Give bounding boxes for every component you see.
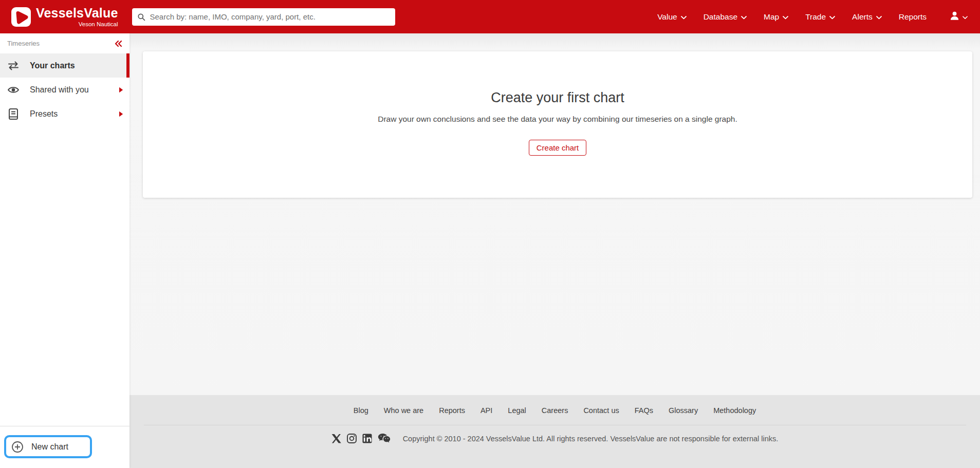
sidebar-item-your-charts[interactable]: Your charts: [0, 53, 130, 78]
top-navigation-bar: VesselsValue Veson Nautical Value Databa…: [0, 0, 980, 33]
timeseries-sidebar: Timeseries Your charts: [0, 33, 130, 468]
footer-link-reports[interactable]: Reports: [439, 406, 465, 415]
primary-nav: Value Database Map Trade Alerts Reports: [657, 12, 927, 22]
wechat-icon[interactable]: [378, 433, 391, 444]
create-chart-button[interactable]: Create chart: [529, 140, 587, 156]
chevron-down-icon: [741, 12, 747, 22]
page-footer: Blog Who we are Reports API Legal Career…: [130, 395, 980, 468]
chevron-down-icon: [681, 12, 687, 22]
footer-link-faqs[interactable]: FAQs: [635, 406, 653, 415]
chevron-down-icon: [783, 12, 788, 22]
instagram-icon[interactable]: [347, 434, 357, 443]
caret-right-icon: [119, 111, 123, 117]
footer-links: Blog Who we are Reports API Legal Career…: [130, 406, 980, 415]
chevron-down-icon: [963, 12, 968, 22]
global-search: [132, 8, 395, 26]
book-icon: [7, 108, 20, 120]
footer-link-who-we-are[interactable]: Who we are: [384, 406, 423, 415]
collapse-sidebar-icon[interactable]: [114, 40, 122, 47]
plus-circle-icon: [11, 441, 24, 453]
nav-item-reports[interactable]: Reports: [899, 12, 927, 22]
nav-item-trade[interactable]: Trade: [805, 12, 835, 22]
empty-state-title: Create your first chart: [143, 90, 972, 106]
footer-link-careers[interactable]: Careers: [542, 406, 568, 415]
copyright-text: Copyright © 2010 - 2024 VesselsValue Ltd…: [403, 435, 779, 443]
chevron-down-icon: [829, 12, 835, 22]
footer-link-contact-us[interactable]: Contact us: [583, 406, 619, 415]
nav-item-database[interactable]: Database: [704, 12, 747, 22]
brand-name: VesselsValue: [36, 7, 118, 20]
vesselsvalue-logo-icon: [11, 7, 31, 27]
sidebar-item-label: Your charts: [30, 61, 75, 70]
nav-item-value[interactable]: Value: [657, 12, 687, 22]
footer-link-glossary[interactable]: Glossary: [669, 406, 698, 415]
footer-divider: [144, 425, 966, 425]
swap-arrows-icon: [7, 61, 20, 71]
vesselsvalue-logo[interactable]: VesselsValue Veson Nautical: [11, 7, 118, 27]
brand-tagline: Veson Nautical: [79, 21, 118, 27]
footer-link-api[interactable]: API: [480, 406, 492, 415]
x-twitter-icon[interactable]: [331, 434, 341, 443]
caret-right-icon: [119, 87, 123, 93]
footer-link-legal[interactable]: Legal: [508, 406, 526, 415]
sidebar-section-label: Timeseries: [7, 40, 40, 47]
sidebar-item-shared-with-you[interactable]: Shared with you: [0, 78, 130, 102]
new-chart-button[interactable]: New chart: [4, 435, 92, 458]
user-icon: [949, 10, 960, 23]
eye-icon: [7, 85, 20, 95]
search-input[interactable]: [150, 12, 390, 21]
chevron-down-icon: [876, 12, 882, 22]
empty-state-description: Draw your own conclusions and see the da…: [143, 115, 972, 124]
main-content: Create your first chart Draw your own co…: [130, 33, 980, 395]
footer-link-methodology[interactable]: Methodology: [713, 406, 756, 415]
linkedin-icon[interactable]: [362, 434, 372, 443]
search-icon: [137, 13, 145, 21]
empty-state-card: Create your first chart Draw your own co…: [143, 51, 972, 198]
footer-link-blog[interactable]: Blog: [354, 406, 368, 415]
sidebar-item-label: Shared with you: [30, 85, 89, 95]
sidebar-item-label: Presets: [30, 109, 58, 119]
sidebar-item-presets[interactable]: Presets: [0, 102, 130, 126]
nav-item-alerts[interactable]: Alerts: [852, 12, 882, 22]
new-chart-label: New chart: [31, 442, 68, 452]
user-account-menu[interactable]: [949, 10, 968, 23]
play-triangle-icon: [11, 7, 31, 27]
nav-item-map[interactable]: Map: [764, 12, 788, 22]
